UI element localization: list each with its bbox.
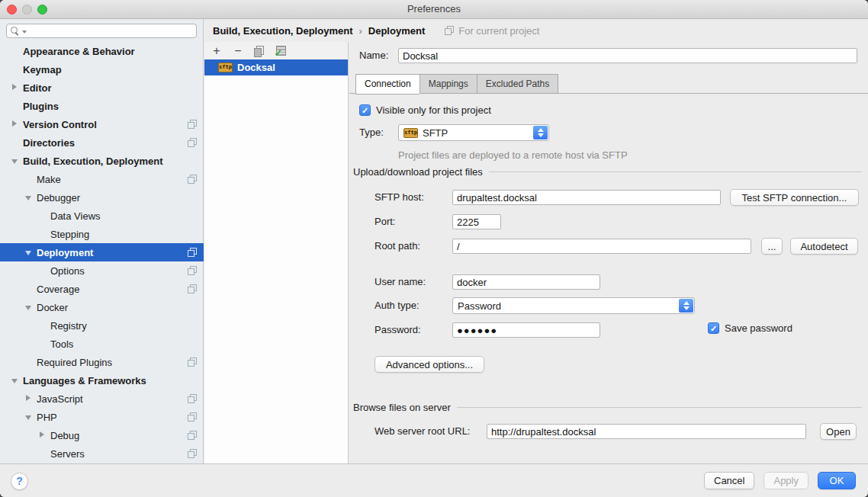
- auth-type-value: Password: [458, 300, 501, 312]
- sidebar-item-label: Tools: [50, 338, 73, 350]
- tab-bar: ConnectionMappingsExcluded Paths: [355, 74, 558, 95]
- sidebar-item-editor[interactable]: Editor: [0, 79, 204, 97]
- chevron-right-icon[interactable]: [9, 84, 23, 91]
- auth-type-label: Auth type:: [375, 297, 420, 314]
- chevron-right-icon[interactable]: [9, 120, 23, 128]
- sidebar-item-make[interactable]: Make: [0, 170, 204, 188]
- upload-section-title: Upload/download project files: [353, 166, 483, 178]
- sidebar-item-options[interactable]: Options: [0, 261, 204, 280]
- test-sftp-connection-button[interactable]: Test SFTP connection...: [730, 189, 859, 206]
- chevron-down-icon[interactable]: [23, 303, 37, 311]
- sidebar-item-deployment[interactable]: Deployment: [0, 243, 204, 261]
- sidebar-item-label: Version Control: [23, 119, 97, 130]
- search-filter-caret-icon[interactable]: [22, 30, 27, 34]
- root-path-input[interactable]: [452, 239, 751, 254]
- per-project-icon: [188, 175, 197, 184]
- dropdown-stepper-icon[interactable]: [533, 126, 548, 139]
- chevron-right-icon[interactable]: [37, 431, 50, 439]
- chevron-down-icon[interactable]: [9, 377, 23, 384]
- copy-server-button[interactable]: [253, 45, 265, 57]
- chevron-down-icon[interactable]: [23, 248, 37, 256]
- chevron-spacer: [37, 450, 50, 457]
- autodetect-button[interactable]: Autodetect: [790, 238, 858, 255]
- save-password-label: Save password: [725, 322, 792, 334]
- sidebar-item-debugger[interactable]: Debugger: [0, 188, 204, 207]
- sidebar-item-appearance-behavior[interactable]: Appearance & Behavior: [0, 42, 204, 60]
- sidebar-item-languages-frameworks[interactable]: Languages & Frameworks: [0, 371, 204, 390]
- save-password-checkbox[interactable]: ✓: [708, 322, 719, 334]
- name-input[interactable]: [398, 48, 857, 63]
- per-project-icon: [188, 394, 197, 403]
- use-as-default-button[interactable]: ✓: [275, 45, 287, 57]
- sidebar-item-registry[interactable]: Registry: [0, 316, 204, 335]
- sidebar-item-required-plugins[interactable]: Required Plugins: [0, 353, 204, 371]
- dropdown-stepper-icon[interactable]: [679, 299, 693, 313]
- password-label: Password:: [375, 322, 421, 338]
- visible-only-checkbox-row[interactable]: ✓ Visible only for this project: [359, 104, 491, 116]
- chevron-down-icon[interactable]: [23, 413, 37, 421]
- chevron-down-icon[interactable]: [23, 194, 37, 201]
- apply-button[interactable]: Apply: [764, 472, 809, 489]
- sidebar-item-docker[interactable]: Docker: [0, 298, 204, 316]
- chevron-right-icon[interactable]: [23, 395, 37, 402]
- sidebar-item-label: Make: [37, 174, 61, 185]
- web-root-input[interactable]: [487, 424, 806, 439]
- sidebar-item-php[interactable]: PHP: [0, 408, 204, 426]
- type-value: SFTP: [423, 127, 448, 139]
- breadcrumb-parent[interactable]: Build, Execution, Deployment: [213, 25, 352, 37]
- password-input[interactable]: [452, 322, 600, 338]
- open-url-button[interactable]: Open: [820, 423, 857, 440]
- search-input[interactable]: [6, 24, 197, 38]
- server-list-item-docksal[interactable]: sftp Docksal: [204, 59, 348, 75]
- sidebar-item-directories[interactable]: Directories: [0, 133, 204, 152]
- preferences-window: Preferences Appearance & BehaviorKeymapE…: [0, 0, 868, 497]
- type-dropdown[interactable]: sftp SFTP: [398, 124, 549, 141]
- chevron-spacer: [37, 340, 50, 348]
- tab-mappings[interactable]: Mappings: [420, 74, 477, 94]
- sftp-file-icon: sftp: [218, 63, 233, 72]
- sidebar-item-tools[interactable]: Tools: [0, 335, 204, 353]
- sidebar-item-label: JavaScript: [37, 393, 83, 405]
- chevron-down-icon[interactable]: [9, 157, 23, 165]
- chevron-spacer: [23, 175, 37, 183]
- sidebar-item-version-control[interactable]: Version Control: [0, 115, 204, 133]
- user-name-input[interactable]: [452, 274, 600, 290]
- server-list-panel: + − ✓ sftp Docksal: [204, 42, 349, 463]
- search-icon: [11, 27, 20, 36]
- sidebar-item-data-views[interactable]: Data Views: [0, 207, 204, 225]
- sidebar-item-label: Coverage: [37, 284, 79, 295]
- per-project-icon: [188, 138, 197, 147]
- advanced-options-button[interactable]: Advanced options...: [375, 356, 484, 373]
- sidebar-item-javascript[interactable]: JavaScript: [0, 390, 204, 408]
- sidebar-item-stepping[interactable]: Stepping: [0, 225, 204, 243]
- sidebar-item-label: Docker: [37, 302, 68, 313]
- sidebar-item-debug[interactable]: Debug: [0, 426, 204, 444]
- cancel-button[interactable]: Cancel: [704, 472, 754, 489]
- sidebar-item-keymap[interactable]: Keymap: [0, 60, 204, 79]
- ok-button[interactable]: OK: [818, 472, 856, 489]
- type-label: Type:: [359, 124, 384, 141]
- add-server-button[interactable]: +: [211, 45, 223, 57]
- sftp-host-label: SFTP host:: [375, 189, 424, 206]
- sidebar-item-plugins[interactable]: Plugins: [0, 97, 204, 115]
- auth-type-dropdown[interactable]: Password: [452, 297, 695, 314]
- sidebar-item-label: Plugins: [23, 101, 59, 112]
- sidebar-item-build-execution-deployment[interactable]: Build, Execution, Deployment: [0, 152, 204, 170]
- visible-only-checkbox[interactable]: ✓: [359, 104, 371, 116]
- root-path-label: Root path:: [375, 238, 420, 255]
- chevron-spacer: [23, 285, 37, 293]
- sftp-type-icon: sftp: [403, 128, 418, 138]
- sidebar-item-servers[interactable]: Servers: [0, 444, 204, 463]
- browse-root-path-button[interactable]: ...: [761, 238, 783, 255]
- sidebar-item-coverage[interactable]: Coverage: [0, 280, 204, 298]
- tab-excluded-paths[interactable]: Excluded Paths: [477, 74, 558, 94]
- remove-server-button[interactable]: −: [232, 45, 244, 57]
- sidebar-item-label: Options: [50, 265, 85, 277]
- sftp-host-input[interactable]: [452, 190, 721, 205]
- tab-connection[interactable]: Connection: [355, 74, 420, 95]
- footer-buttons: Cancel Apply OK: [704, 472, 856, 489]
- save-password-checkbox-row[interactable]: ✓ Save password: [708, 322, 792, 334]
- deployment-form: Name: ConnectionMappingsExcluded Paths ✓…: [349, 42, 868, 463]
- port-input[interactable]: [452, 214, 501, 229]
- help-button[interactable]: ?: [11, 473, 28, 490]
